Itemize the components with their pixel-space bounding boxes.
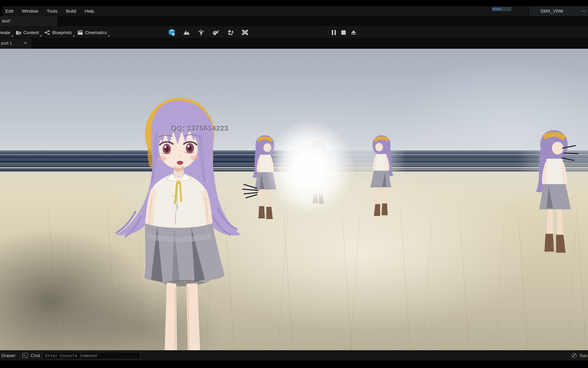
memory-indicator-fill xyxy=(493,8,500,10)
landscape-mode-icon[interactable] xyxy=(183,29,190,36)
content-drawer-button[interactable]: Drawer xyxy=(1,353,16,358)
menu-window[interactable]: Window xyxy=(22,6,38,16)
menu-bar: Edit Window Tools Build Help DMX_VRM — xyxy=(0,6,588,16)
viewport-tab-bar: port 1 ✕ xyxy=(0,39,588,49)
blueprints-button-label: Blueprints xyxy=(52,30,72,35)
menu-build[interactable]: Build xyxy=(66,6,76,16)
tab-viewport-1[interactable]: port 1 ✕ xyxy=(0,39,32,49)
cinematics-button[interactable]: Cinematics xyxy=(76,26,111,39)
minimize-button[interactable]: — xyxy=(581,8,585,13)
dropdown-corner-icon xyxy=(73,35,75,36)
viewport-tab-label: port 1 xyxy=(1,41,12,46)
asset-tab-label: test* xyxy=(2,18,11,24)
status-bar: Drawer >_ Cmd Sou xyxy=(0,350,588,361)
memory-indicator-track xyxy=(500,8,510,10)
content-button-label: Content xyxy=(23,30,39,35)
fracture-mode-icon[interactable] xyxy=(227,29,234,36)
modeling-mode-icon[interactable] xyxy=(241,29,249,36)
toolbar-divider xyxy=(163,28,164,37)
level-viewport[interactable]: QQ: 1375614223 xyxy=(0,49,588,350)
screen-letterbox xyxy=(0,361,588,368)
console-command-box xyxy=(42,352,140,359)
editor-modes xyxy=(168,26,249,39)
viewport-watermark: QQ: 1375614223 xyxy=(171,124,229,133)
statusbar-divider xyxy=(18,352,19,359)
window-edge xyxy=(0,6,3,16)
window-title-area: DMX_VRM — xyxy=(528,6,588,16)
blueprints-button[interactable]: Blueprints xyxy=(43,26,76,39)
eject-button[interactable] xyxy=(351,30,356,35)
menu-help[interactable]: Help xyxy=(85,6,94,16)
asset-tab-bar: test* xyxy=(0,16,588,26)
statusbar-divider xyxy=(561,352,561,359)
foliage-mode-icon[interactable] xyxy=(197,29,205,36)
console-command-input[interactable] xyxy=(43,353,140,359)
create-button-label: reate xyxy=(0,30,10,35)
dropdown-corner-icon xyxy=(108,35,110,36)
menu-edit[interactable]: Edit xyxy=(5,6,13,16)
close-icon[interactable]: ✕ xyxy=(24,41,27,45)
select-mode-icon[interactable] xyxy=(168,29,176,36)
blueprints-icon xyxy=(44,30,50,35)
main-character xyxy=(116,98,241,350)
statusbar-divider xyxy=(565,352,565,359)
terminal-icon: >_ xyxy=(22,353,28,358)
source-control-button[interactable]: Sou xyxy=(579,353,587,358)
content-folder-icon xyxy=(16,30,21,35)
unreal-editor-window: Edit Window Tools Build Help DMX_VRM — t… xyxy=(0,0,588,368)
content-drawer-button[interactable]: Content xyxy=(14,26,43,39)
mesh-paint-mode-icon[interactable] xyxy=(212,29,219,36)
project-title: DMX_VRM xyxy=(541,9,563,14)
toolbar-divider xyxy=(327,28,328,37)
memory-indicator xyxy=(492,7,511,11)
cinematics-button-label: Cinematics xyxy=(85,30,107,35)
cinematics-clapper-icon xyxy=(77,30,83,35)
main-toolbar: reate Content Blueprints Cinematics xyxy=(0,26,588,39)
glitch-wisps-right xyxy=(561,145,578,160)
dropdown-corner-icon xyxy=(11,35,13,36)
bloom-glow xyxy=(245,100,374,236)
stop-button[interactable] xyxy=(341,30,346,35)
cmd-label: Cmd xyxy=(31,353,40,358)
create-button[interactable]: reate xyxy=(0,26,14,39)
tab-test-level[interactable]: test* xyxy=(0,16,58,26)
pause-button[interactable] xyxy=(332,30,336,35)
menu-tools[interactable]: Tools xyxy=(47,6,58,16)
clone-character-right-edge xyxy=(536,130,571,253)
play-controls xyxy=(332,26,356,39)
source-control-off-icon xyxy=(572,353,577,358)
dropdown-corner-icon xyxy=(40,35,42,36)
